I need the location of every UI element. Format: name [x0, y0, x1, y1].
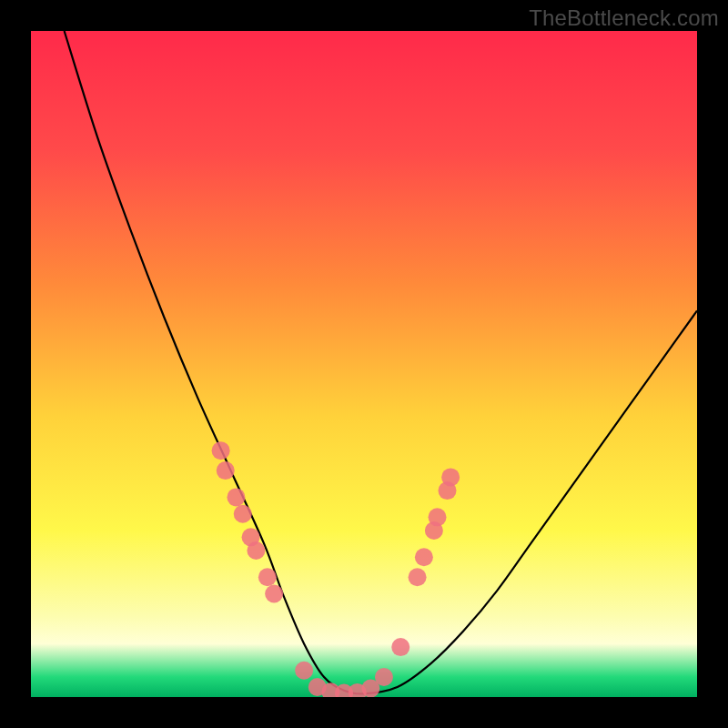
data-marker — [227, 488, 245, 506]
marker-cluster-left — [212, 441, 284, 602]
data-marker — [409, 568, 427, 586]
watermark-text: TheBottleneck.com — [529, 5, 719, 31]
marker-cluster-right — [409, 468, 460, 586]
data-marker — [258, 568, 277, 586]
data-marker — [415, 548, 433, 566]
data-marker — [265, 585, 283, 603]
chart-svg — [31, 31, 697, 697]
data-marker — [295, 662, 313, 680]
data-marker — [212, 441, 230, 460]
data-marker — [217, 461, 235, 480]
data-marker — [247, 541, 265, 560]
plot-area — [31, 31, 697, 697]
data-marker — [441, 468, 460, 486]
data-marker — [375, 668, 393, 686]
data-marker — [429, 508, 447, 526]
bottleneck-curve — [65, 31, 697, 693]
chart-frame: TheBottleneck.com — [0, 0, 728, 728]
data-marker — [391, 638, 410, 656]
data-marker — [234, 505, 252, 523]
